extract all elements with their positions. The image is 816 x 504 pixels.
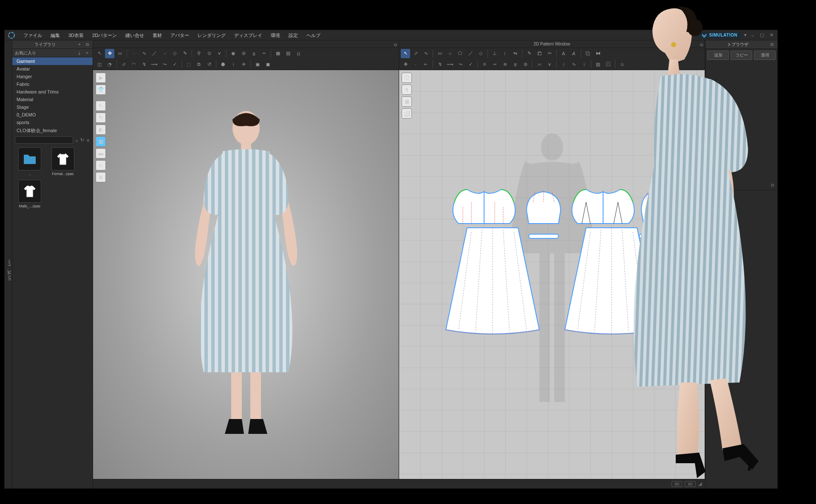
property-section-pop-icon[interactable]: ⧉ bbox=[771, 183, 774, 188]
library-search-input[interactable] bbox=[15, 136, 73, 144]
tool-2d-zigzag[interactable]: ∿ bbox=[569, 59, 578, 69]
tool-3d-line[interactable]: ／ bbox=[150, 49, 159, 58]
tool-2d-binding[interactable]: ⫼ bbox=[510, 59, 520, 69]
tool-3d-camera[interactable]: ▣ bbox=[253, 59, 262, 69]
tool-3d-free-sew[interactable]: ⤳ bbox=[160, 59, 169, 69]
tool-2d-trace[interactable]: ✎ bbox=[524, 49, 534, 58]
maximize-icon[interactable]: ▢ bbox=[759, 32, 765, 39]
tool-2d-sew-free[interactable]: ⟿ bbox=[445, 59, 455, 69]
tool-3d-reset[interactable]: ↺ bbox=[204, 59, 214, 69]
tool-3d-fold[interactable]: ⋎ bbox=[215, 49, 224, 58]
tool-3d-print[interactable]: ⎙ bbox=[294, 49, 303, 58]
tree-item-material[interactable]: Material bbox=[12, 96, 93, 103]
copy-button[interactable]: コピー bbox=[731, 51, 752, 60]
menu-rendering[interactable]: レンダリング bbox=[193, 30, 230, 40]
tool-3d-point[interactable]: · bbox=[129, 49, 139, 58]
tree-item-hardware[interactable]: Hardware and Trims bbox=[12, 88, 93, 96]
v3d-sculpt-icon[interactable]: ◐ bbox=[96, 125, 106, 135]
tool-2d-fill[interactable]: ▨ bbox=[593, 59, 603, 69]
menu-2d-pattern[interactable]: 2Dパターン bbox=[88, 30, 121, 40]
tool-3d-dart[interactable]: ◇ bbox=[170, 49, 179, 58]
thumb-female-garment[interactable]: Femal...zpac bbox=[48, 147, 78, 176]
tool-2d-internal-line[interactable]: ／ bbox=[466, 49, 475, 58]
menu-file[interactable]: ファイル bbox=[19, 30, 46, 40]
v2d-background-icon[interactable]: ⬜ bbox=[402, 108, 412, 119]
tool-2d-piping[interactable]: ⊜ bbox=[521, 59, 530, 69]
v3d-select-icon[interactable]: ↖ bbox=[96, 101, 106, 111]
tool-3d-select-rect[interactable]: ▭ bbox=[115, 49, 125, 58]
tool-2d-sew-check[interactable]: ✓ bbox=[466, 59, 475, 69]
tool-2d-notch[interactable]: ⊥ bbox=[490, 49, 499, 58]
v2d-sew-icon[interactable]: ↯ bbox=[402, 85, 412, 95]
tree-item-clo-female[interactable]: CLO体験会_female bbox=[12, 126, 93, 135]
v3d-garment-icon[interactable]: 👕 bbox=[96, 85, 106, 95]
tool-2d-text[interactable]: A bbox=[559, 49, 568, 58]
tool-2d-sew-edit[interactable]: ⤳ bbox=[456, 59, 465, 69]
tool-3d-segment-sew[interactable]: ⟿ bbox=[150, 59, 159, 69]
tool-3d-texture[interactable]: ▦ bbox=[273, 49, 283, 58]
tool-2d-sew-segment[interactable]: ↯ bbox=[435, 59, 445, 69]
v3d-simulate-icon[interactable]: ▶ bbox=[96, 73, 106, 83]
menu-environment[interactable]: 環境 bbox=[266, 30, 284, 40]
thumb-parent-folder[interactable]: .. bbox=[15, 147, 45, 176]
menu-display[interactable]: ディスプレイ bbox=[230, 30, 266, 40]
tree-item-garment[interactable]: Garment bbox=[12, 57, 93, 65]
tool-2d-circle[interactable]: ○ bbox=[445, 49, 455, 58]
tool-2d-pucker[interactable]: ≋ bbox=[500, 59, 510, 69]
status-resize-icon[interactable]: ◢ bbox=[698, 481, 702, 487]
tool-2d-fold[interactable]: ⋎ bbox=[545, 59, 554, 69]
viewport-3d[interactable]: ▶ 👕 ↖ ✎ ◐ ▦ ▬ ☺ ⊕ bbox=[93, 70, 399, 479]
tool-2d-machine[interactable]: ⛭ bbox=[480, 59, 489, 69]
tool-2d-seam[interactable]: ⫶ bbox=[500, 49, 510, 58]
tool-2d-measure[interactable]: ⟊ bbox=[579, 59, 589, 69]
minimize-icon[interactable]: – bbox=[749, 32, 756, 39]
tool-3d-graphic[interactable]: ▨ bbox=[283, 49, 293, 58]
tool-3d-zipper[interactable]: ⫼ bbox=[249, 49, 258, 58]
tool-2d-pleat[interactable]: ⩙ bbox=[535, 59, 544, 69]
status-chip-2d[interactable]: 2D bbox=[685, 481, 696, 487]
refresh-icon[interactable]: ↻ bbox=[80, 137, 84, 144]
tool-2d-bind[interactable]: ⧓ bbox=[593, 49, 603, 58]
menu-material[interactable]: 素材 bbox=[148, 30, 166, 40]
tool-3d-paint[interactable]: ⬣ bbox=[218, 59, 228, 69]
tool-3d-stitch[interactable]: ┅ bbox=[259, 49, 269, 58]
tool-2d-edit-pattern[interactable]: ⬀ bbox=[411, 49, 420, 58]
tool-3d-sew[interactable]: ↯ bbox=[139, 59, 149, 69]
tool-2d-topstitch[interactable]: ┅ bbox=[490, 59, 499, 69]
tool-2d-baseline[interactable]: ⟊ bbox=[559, 59, 568, 69]
status-chip-3d[interactable]: 3D bbox=[672, 481, 683, 487]
tree-item-fabric[interactable]: Fabric bbox=[12, 80, 93, 88]
tree-item-demo[interactable]: 0_DEMO bbox=[12, 111, 93, 119]
tool-2d-slash[interactable]: ✂ bbox=[545, 49, 554, 58]
tool-3d-pen[interactable]: ✎ bbox=[180, 49, 190, 58]
tool-2d-edit-curve[interactable]: ∿ bbox=[421, 49, 431, 58]
mode-dropdown-icon[interactable]: ▾ bbox=[744, 32, 747, 38]
tree-item-hanger[interactable]: Hanger bbox=[12, 73, 93, 80]
tool-3d-lasso[interactable]: ◠ bbox=[129, 59, 139, 69]
tool-3d-sculpt[interactable]: ◔ bbox=[105, 59, 114, 69]
tool-2d-avatar[interactable]: ☺ bbox=[618, 59, 627, 69]
tool-2d-add-point[interactable]: +· bbox=[421, 59, 431, 69]
tool-3d-superimpose[interactable]: ⧉ bbox=[194, 59, 204, 69]
v3d-texture-icon[interactable]: ▦ bbox=[96, 136, 106, 147]
tool-2d-grade[interactable]: ⧠ bbox=[535, 49, 544, 58]
thumb-male-garment[interactable]: Male_...zpac bbox=[15, 180, 45, 209]
tool-2d-cursor[interactable]: ↖ bbox=[401, 49, 410, 58]
tool-2d-layer-clone[interactable]: ⿻ bbox=[583, 49, 592, 58]
apply-button[interactable]: 適用 bbox=[754, 51, 776, 60]
menu-help[interactable]: ヘルプ bbox=[302, 30, 325, 40]
menu-avatar[interactable]: アバター bbox=[166, 30, 193, 40]
library-add2-icon[interactable]: + bbox=[84, 50, 90, 56]
tool-2d-polygon[interactable]: ⬠ bbox=[456, 49, 465, 58]
viewport-2d-pop-icon[interactable]: ⧉ bbox=[700, 41, 703, 49]
list-view-icon[interactable]: ≡ bbox=[86, 137, 90, 144]
v3d-avatar-icon[interactable]: ☺ bbox=[96, 160, 106, 170]
tool-3d-measure[interactable]: ⟊ bbox=[229, 59, 238, 69]
viewport-2d[interactable]: ⓘ ↯ ▦ ⬜ bbox=[399, 70, 705, 479]
tool-3d-render[interactable]: ◼ bbox=[263, 59, 272, 69]
mode-simulation-chip[interactable]: SIMULATION bbox=[697, 32, 742, 39]
tool-3d-curve[interactable]: ∿ bbox=[139, 49, 149, 58]
close-icon[interactable]: ✕ bbox=[768, 32, 775, 39]
v3d-thick-icon[interactable]: ▬ bbox=[96, 148, 106, 159]
tool-3d-select-move[interactable]: ⬀ bbox=[119, 59, 128, 69]
